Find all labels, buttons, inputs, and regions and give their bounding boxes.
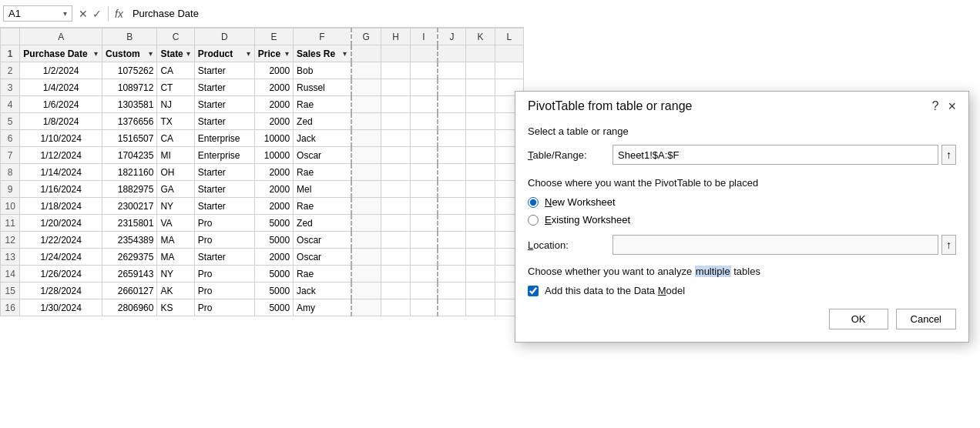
col-header-G[interactable]: G — [351, 28, 381, 45]
cell-G1[interactable] — [351, 45, 381, 62]
cell-K1[interactable] — [466, 45, 495, 62]
formula-bar: A1 ▾ ✕ ✓ fx — [0, 0, 524, 28]
table-row: 7 1/12/2024 1704235 MI Enterprise 10000 … — [1, 147, 524, 164]
fx-icon: fx — [115, 8, 123, 20]
location-label: Location: — [528, 239, 605, 251]
filter-btn-E[interactable]: ▾ — [284, 49, 290, 58]
cell-J1[interactable] — [438, 45, 466, 62]
col-header-I[interactable]: I — [411, 28, 438, 45]
column-header-row: A B C D E F G H I J K L — [1, 28, 524, 45]
chevron-down-icon: ▾ — [63, 9, 67, 18]
cell-B1[interactable]: Custom ▾ — [102, 45, 157, 62]
col-header-E[interactable]: E — [254, 28, 293, 45]
table-row: 9 1/16/2024 1882975 GA Starter 2000 Mel — [1, 181, 524, 198]
col-header-F[interactable]: F — [294, 28, 351, 45]
new-worksheet-label: New Worksheet — [545, 196, 616, 208]
header-product: Product — [198, 48, 233, 59]
analyze-label: Choose whether you want to analyze multi… — [528, 266, 956, 277]
cancel-button[interactable]: Cancel — [896, 309, 956, 329]
table-range-label-text: Table/Range: — [528, 149, 587, 161]
new-worksheet-radio-row[interactable]: New Worksheet — [528, 196, 956, 208]
existing-worksheet-radio-row[interactable]: Existing Worksheet — [528, 214, 956, 226]
col-header-H[interactable]: H — [381, 28, 410, 45]
location-input[interactable] — [612, 235, 938, 255]
placement-label: Choose where you want the PivotTable to … — [528, 177, 956, 189]
cancel-formula-icon[interactable]: ✕ — [79, 8, 88, 20]
col-header-J[interactable]: J — [438, 28, 466, 45]
table-row: 10 1/18/2024 2300217 NY Starter 2000 Rae — [1, 198, 524, 215]
table-row: 14 1/26/2024 2659143 NY Pro 5000 Rae — [1, 266, 524, 283]
multiple-highlight: multiple — [695, 266, 731, 277]
grid-table: A B C D E F G H I J K L 1 Purchase Date — [0, 28, 524, 316]
table-range-input-row: ↑ — [612, 145, 956, 165]
filter-btn-C[interactable]: ▾ — [186, 49, 191, 58]
col-header-B[interactable]: B — [102, 28, 157, 45]
pivottable-dialog: PivotTable from table or range ? × Selec… — [515, 91, 969, 343]
existing-worksheet-label: Existing Worksheet — [545, 214, 630, 226]
dialog-body: Select a table or range Table/Range: ↑ C… — [515, 119, 968, 342]
cell-H1[interactable] — [381, 45, 410, 62]
confirm-formula-icon[interactable]: ✓ — [92, 8, 102, 20]
filter-btn-B[interactable]: ▾ — [148, 49, 153, 58]
filter-btn-A[interactable]: ▾ — [93, 49, 99, 58]
table-row: 16 1/30/2024 2806960 KS Pro 5000 Amy — [1, 299, 524, 316]
col-header-K[interactable]: K — [466, 28, 495, 45]
formula-bar-icons: ✕ ✓ fx — [76, 6, 129, 22]
dialog-buttons: OK Cancel — [528, 309, 956, 329]
cell-I1[interactable] — [411, 45, 438, 62]
dialog-titlebar-icons: ? × — [932, 99, 956, 113]
table-row: 4 1/6/2024 1303581 NJ Starter 2000 Rae — [1, 96, 524, 113]
location-input-row: ↑ — [612, 235, 956, 255]
location-row: Location: ↑ — [528, 235, 956, 255]
cell-E1[interactable]: Price ▾ — [254, 45, 293, 62]
table-row: 13 1/24/2024 2629375 MA Starter 2000 Osc… — [1, 249, 524, 266]
dialog-titlebar: PivotTable from table or range ? × — [515, 92, 968, 119]
formula-input[interactable] — [133, 8, 521, 19]
location-picker-button[interactable]: ↑ — [941, 235, 956, 255]
cell-D1[interactable]: Product ▾ — [194, 45, 254, 62]
cell-L1[interactable] — [495, 45, 523, 62]
col-header-D[interactable]: D — [194, 28, 254, 45]
cell-ref-box[interactable]: A1 ▾ — [3, 5, 72, 22]
header-price: Price — [258, 48, 280, 59]
table-row: 8 1/14/2024 1821160 OH Starter 2000 Rae — [1, 164, 524, 181]
new-worksheet-radio[interactable] — [528, 197, 539, 208]
header-sales-rep: Sales Re — [297, 48, 335, 59]
table-range-label: Table/Range: — [528, 149, 605, 161]
data-model-label: Add this data to the Data Model — [545, 285, 685, 296]
spreadsheet: A1 ▾ ✕ ✓ fx A B C D E F G H I J — [0, 0, 524, 428]
cell-A1[interactable]: Purchase Date ▾ — [20, 45, 102, 62]
table-row: 12 1/22/2024 2354389 MA Pro 5000 Oscar — [1, 232, 524, 249]
table-row: 15 1/28/2024 2660127 AK Pro 5000 Jack — [1, 283, 524, 299]
table-range-picker-button[interactable]: ↑ — [941, 145, 956, 165]
table-row: 5 1/8/2024 1376656 TX Starter 2000 Zed — [1, 113, 524, 130]
placement-radio-group: New Worksheet Existing Worksheet — [528, 196, 956, 226]
header-customer: Custom — [106, 48, 140, 59]
col-header-A[interactable]: A — [20, 28, 102, 45]
table-row: 1 Purchase Date ▾ Custom ▾ State — [1, 45, 524, 62]
table-row: 6 1/10/2024 1516507 CA Enterprise 10000 … — [1, 130, 524, 147]
cell-F1[interactable]: Sales Re ▾ — [294, 45, 351, 62]
cell-C1[interactable]: State ▾ — [157, 45, 194, 62]
existing-worksheet-radio[interactable] — [528, 215, 539, 226]
table-row: 2 1/2/2024 1075262 CA Starter 2000 Bob — [1, 62, 524, 79]
data-model-checkbox[interactable] — [528, 286, 539, 296]
col-header-C[interactable]: C — [157, 28, 194, 45]
dialog-close-button[interactable]: × — [948, 99, 956, 113]
col-header-L[interactable]: L — [495, 28, 523, 45]
ok-button[interactable]: OK — [829, 309, 888, 329]
header-state: State — [160, 48, 183, 59]
table-range-input[interactable] — [612, 145, 938, 165]
filter-btn-D[interactable]: ▾ — [246, 49, 251, 58]
header-purchase-date: Purchase Date — [23, 48, 87, 59]
cell-ref-text: A1 — [8, 8, 60, 19]
table-range-row: Table/Range: ↑ — [528, 145, 956, 165]
dialog-help-button[interactable]: ? — [932, 99, 939, 113]
table-row: 3 1/4/2024 1089712 CT Starter 2000 Russe… — [1, 79, 524, 96]
filter-btn-F[interactable]: ▾ — [342, 49, 347, 58]
table-row: 11 1/20/2024 2315801 VA Pro 5000 Zed — [1, 215, 524, 232]
corner-cell — [1, 28, 20, 45]
grid-container: A B C D E F G H I J K L 1 Purchase Date — [0, 28, 524, 316]
formula-bar-separator — [108, 6, 109, 22]
select-range-label: Select a table or range — [528, 125, 956, 137]
